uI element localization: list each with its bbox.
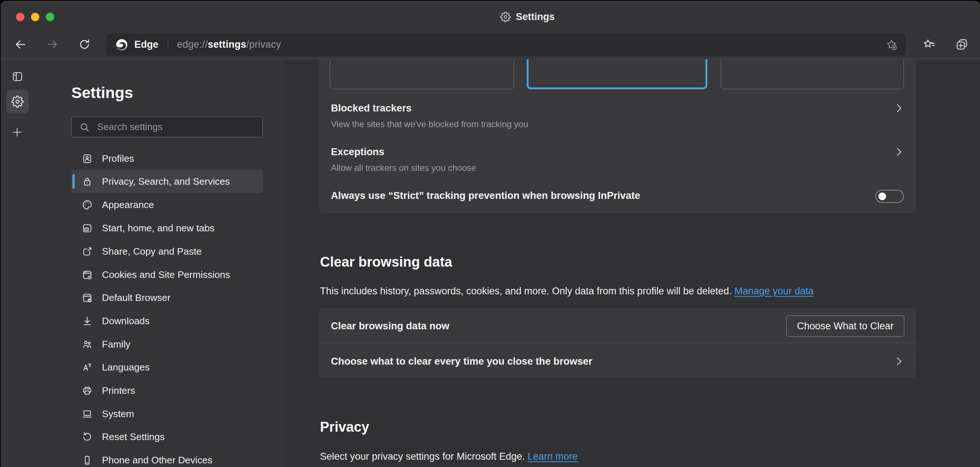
- blocked-trackers-title[interactable]: Blocked trackers: [331, 102, 412, 114]
- titlebar: Settings: [1, 1, 980, 23]
- reset-icon: [81, 431, 93, 443]
- phone-icon: [81, 454, 93, 466]
- clear-on-close-title[interactable]: Choose what to clear every time you clos…: [331, 355, 592, 367]
- privacy-description: Select your privacy settings for Microso…: [320, 451, 578, 462]
- exceptions-subtitle: Allow all trackers on sites you choose: [331, 163, 476, 173]
- lock-icon: [81, 176, 93, 187]
- blocked-trackers-subtitle: View the sites that we've blocked from t…: [331, 119, 528, 129]
- sidebar-item-default-browser[interactable]: Default Browser: [72, 286, 263, 309]
- languages-icon: [81, 362, 93, 373]
- download-icon: [81, 316, 93, 327]
- toggle-knob: [878, 193, 886, 200]
- strict-inprivate-toggle[interactable]: [875, 190, 904, 203]
- rail-separator: [7, 117, 28, 118]
- gear-icon: [11, 96, 24, 108]
- tracking-level-card-balanced-selected[interactable]: Blocks known harmful trackers: [527, 59, 707, 89]
- choose-what-to-clear-button[interactable]: Choose What to Clear: [786, 316, 904, 336]
- clear-on-close-chevron-right-icon[interactable]: [893, 356, 904, 367]
- sidebar-item-profiles[interactable]: Profiles: [72, 147, 263, 170]
- back-button[interactable]: [14, 38, 27, 51]
- exceptions-title[interactable]: Exceptions: [331, 146, 384, 158]
- sidebar-item-languages[interactable]: Languages: [72, 355, 263, 379]
- forward-button[interactable]: [46, 38, 59, 51]
- family-icon: [81, 339, 93, 350]
- start-home-icon: [81, 223, 93, 234]
- system-icon: [81, 408, 93, 420]
- clear-browsing-data-description: This includes history, passwords, cookie…: [320, 285, 814, 297]
- search-settings-box[interactable]: [72, 116, 263, 137]
- sidebar-item-phone-other-devices[interactable]: Phone and Other Devices: [72, 448, 263, 467]
- manage-your-data-link[interactable]: Manage your data: [735, 285, 814, 296]
- minimize-window-button[interactable]: [31, 13, 39, 21]
- site-permissions-icon: [81, 269, 93, 281]
- sidebar-heading: Settings: [72, 83, 133, 102]
- close-window-button[interactable]: [16, 13, 24, 21]
- default-browser-icon: [81, 292, 93, 303]
- settings-tab-active[interactable]: [6, 89, 29, 114]
- card-row-divider: [319, 343, 916, 343]
- edge-settings-window: Settings Edge edge://settings/privacy: [0, 0, 980, 467]
- settings-gear-icon: [500, 12, 511, 22]
- vertical-tabs-icon[interactable]: [11, 70, 24, 83]
- profiles-icon: [81, 153, 93, 164]
- window-title: Settings: [500, 11, 555, 22]
- sidebar-item-printers[interactable]: Printers: [72, 379, 263, 402]
- zoom-window-button[interactable]: [46, 13, 54, 21]
- sidebar-item-share-copy-paste[interactable]: Share, Copy and Paste: [72, 240, 263, 263]
- tracking-level-card-basic[interactable]: Blocks known harmful trackers: [330, 59, 514, 89]
- favorites-icon[interactable]: [923, 38, 936, 51]
- privacy-heading: Privacy: [320, 419, 369, 435]
- tracking-level-card-strict[interactable]: Blocks known harmful trackers: [721, 59, 904, 89]
- clear-browsing-data-heading: Clear browsing data: [320, 254, 452, 270]
- window-title-text: Settings: [516, 11, 555, 22]
- strict-inprivate-title: Always use “Strict” tracking prevention …: [331, 190, 640, 201]
- site-button-label[interactable]: Edge: [134, 39, 158, 50]
- sidebar-item-family[interactable]: Family: [72, 333, 263, 356]
- reload-button[interactable]: [78, 38, 91, 51]
- sidebar-item-start-home-new-tabs[interactable]: Start, home, and new tabs: [72, 217, 263, 240]
- edge-logo-icon: [115, 38, 129, 51]
- search-icon: [79, 122, 90, 132]
- sidebar-item-cookies-site-permissions[interactable]: Cookies and Site Permissions: [72, 263, 263, 286]
- sidebar-item-reset-settings[interactable]: Reset Settings: [72, 425, 263, 448]
- sidebar-item-downloads[interactable]: Downloads: [72, 309, 263, 333]
- address-bar[interactable]: Edge edge://settings/privacy: [106, 33, 906, 56]
- palette-icon: [81, 199, 93, 210]
- learn-more-link[interactable]: Learn more: [528, 451, 578, 462]
- printer-icon: [81, 385, 93, 396]
- url-text[interactable]: edge://settings/privacy: [177, 39, 281, 50]
- collections-icon[interactable]: [955, 38, 968, 51]
- new-tab-plus-icon[interactable]: [11, 126, 23, 138]
- url-separator: [168, 39, 168, 50]
- sidebar-item-appearance[interactable]: Appearance: [72, 193, 263, 217]
- share-icon: [81, 246, 93, 257]
- sidebar-item-system[interactable]: System: [72, 402, 263, 426]
- sidebar-item-privacy-search-services[interactable]: Privacy, Search, and Services: [72, 170, 263, 193]
- blocked-trackers-chevron-right-icon[interactable]: [893, 103, 904, 114]
- exceptions-chevron-right-icon[interactable]: [893, 147, 904, 157]
- settings-main-content: Blocks known harmful trackers Blocks kno…: [285, 59, 980, 467]
- clear-browsing-data-now-title: Clear browsing data now: [331, 320, 449, 332]
- search-settings-input[interactable]: [97, 121, 243, 133]
- add-favorite-icon[interactable]: [885, 38, 898, 51]
